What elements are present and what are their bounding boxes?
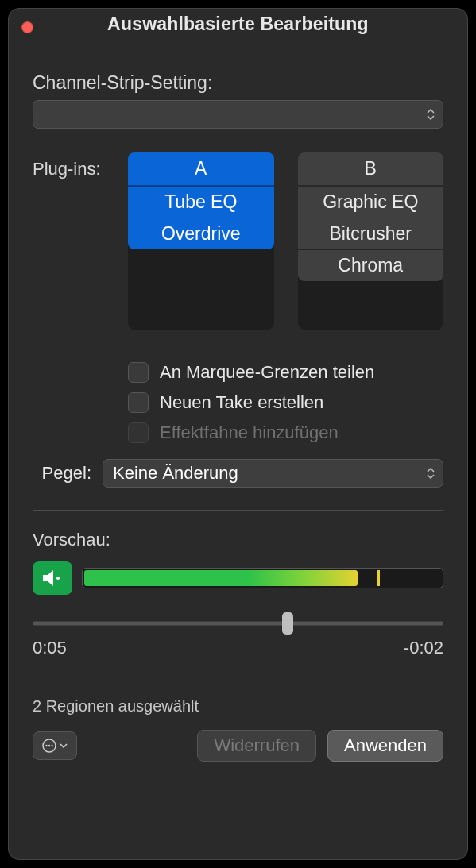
- plugin-column-b: B Graphic EQ Bitcrusher Chroma: [298, 152, 444, 330]
- svg-point-5: [51, 745, 52, 746]
- undo-button[interactable]: Widerrufen: [197, 730, 316, 762]
- window-frame: Auswahlbasierte Bearbeitung Channel-Stri…: [8, 8, 468, 860]
- slider-thumb[interactable]: [282, 612, 293, 635]
- check-row-new-take: Neuen Take erstellen: [128, 392, 443, 413]
- plugin-item[interactable]: Chroma: [298, 249, 444, 281]
- slider-track: [33, 622, 443, 626]
- apply-button[interactable]: Anwenden: [327, 730, 443, 762]
- check-row-effect-flag: Effektfahne hinzufügen: [128, 422, 443, 443]
- svg-marker-0: [43, 570, 53, 586]
- plugin-item[interactable]: Bitcrusher: [298, 218, 444, 249]
- svg-point-3: [45, 745, 47, 746]
- preview-label: Vorschau:: [33, 530, 443, 550]
- svg-point-1: [56, 577, 60, 580]
- timeline-slider[interactable]: [33, 615, 443, 631]
- plugin-slot-b-header[interactable]: B: [298, 152, 444, 186]
- level-meter-peak: [377, 570, 380, 586]
- pegel-value: Keine Änderung: [113, 463, 238, 484]
- chevron-updown-icon: [427, 468, 435, 479]
- checkbox-new-take[interactable]: [128, 392, 149, 413]
- checkbox-effect-flag: [128, 422, 149, 443]
- chevron-updown-icon: [427, 109, 435, 120]
- titlebar: Auswahlbasierte Bearbeitung: [9, 9, 467, 41]
- checkbox-label: An Marquee-Grenzen teilen: [160, 362, 374, 383]
- plugin-item[interactable]: Tube EQ: [128, 186, 274, 218]
- channel-strip-select[interactable]: [33, 100, 443, 129]
- plugin-item[interactable]: Graphic EQ: [298, 186, 444, 218]
- level-meter: [82, 568, 443, 588]
- divider: [33, 681, 443, 681]
- time-end: -0:02: [404, 638, 443, 658]
- window-title: Auswahlbasierte Bearbeitung: [9, 14, 467, 35]
- time-start: 0:05: [33, 638, 67, 658]
- selection-status: 2 Regionen ausgewählt: [33, 697, 443, 716]
- divider: [33, 510, 443, 511]
- plugin-column-a: A Tube EQ Overdrive: [128, 152, 274, 330]
- checkbox-marquee[interactable]: [128, 362, 149, 383]
- speaker-icon: [41, 569, 64, 588]
- plugin-item[interactable]: Overdrive: [128, 218, 274, 249]
- plugin-slot-a-header[interactable]: A: [128, 152, 274, 186]
- checkbox-label: Effektfahne hinzufügen: [160, 422, 339, 443]
- check-row-marquee: An Marquee-Grenzen teilen: [128, 362, 443, 383]
- ellipsis-circle-icon: [42, 739, 56, 753]
- svg-point-4: [48, 745, 50, 746]
- plugins-label: Plug-ins:: [33, 152, 120, 179]
- chevron-down-icon: [60, 743, 68, 748]
- pegel-select[interactable]: Keine Änderung: [103, 459, 443, 488]
- channel-strip-label: Channel-Strip-Setting:: [33, 72, 443, 94]
- more-options-button[interactable]: [33, 731, 77, 760]
- checkbox-label: Neuen Take erstellen: [160, 392, 323, 413]
- close-window-button[interactable]: [21, 21, 33, 33]
- pegel-label: Pegel:: [33, 463, 95, 484]
- preview-play-button[interactable]: [33, 561, 72, 595]
- level-meter-fill: [84, 570, 358, 586]
